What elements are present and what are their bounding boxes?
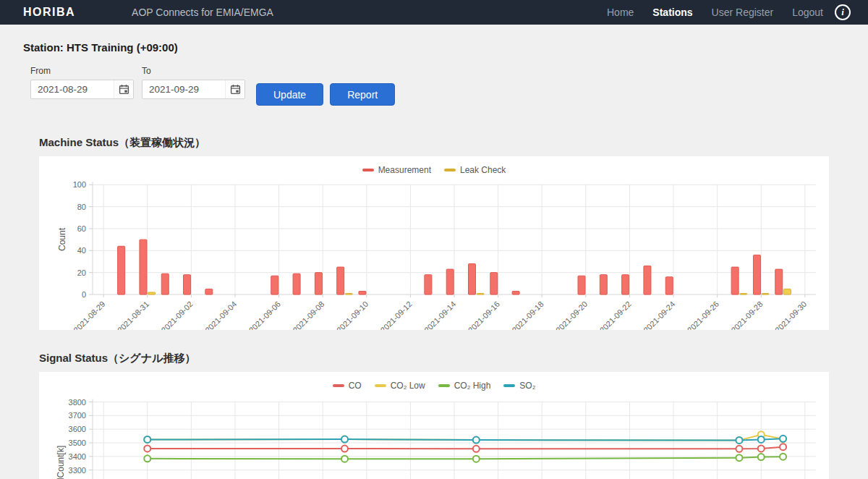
svg-text:0: 0 xyxy=(82,290,86,299)
from-date-input[interactable] xyxy=(31,80,114,98)
update-button[interactable]: Update xyxy=(256,83,323,106)
report-button[interactable]: Report xyxy=(330,83,395,106)
y-axis-labels: 3200330034003500360037003800 xyxy=(69,398,93,479)
svg-text:3600: 3600 xyxy=(69,425,86,433)
svg-text:2021-09-18: 2021-09-18 xyxy=(510,300,545,330)
horiba-logo: HORIBA xyxy=(23,6,75,19)
action-buttons: Update Report xyxy=(256,83,395,106)
svg-text:2021-09-16: 2021-09-16 xyxy=(467,300,501,330)
series-line xyxy=(144,431,786,444)
svg-text:3300: 3300 xyxy=(69,466,86,475)
svg-text:2021-09-02: 2021-09-02 xyxy=(159,300,194,330)
filter-bar: From To xyxy=(30,66,868,106)
signal-status-title: Signal Status（シグナル推移） xyxy=(39,352,868,365)
to-date-control xyxy=(142,80,245,99)
svg-text:80: 80 xyxy=(77,203,86,211)
gridlines xyxy=(93,182,816,294)
svg-text:20: 20 xyxy=(77,268,86,277)
svg-text:2021-09-06: 2021-09-06 xyxy=(247,300,282,330)
calendar-icon xyxy=(119,84,129,95)
svg-text:60: 60 xyxy=(77,224,86,233)
nav-item-home[interactable]: Home xyxy=(607,7,634,18)
signal-status-chart: 3200330034003500360037003800SignalCount[… xyxy=(39,372,829,479)
calendar-icon xyxy=(230,84,241,95)
x-axis-labels: 2021-08-292021-08-312021-09-022021-09-04… xyxy=(72,294,808,330)
svg-text:2021-09-08: 2021-09-08 xyxy=(291,300,326,330)
top-navbar: HORIBA AOP Connects for EMIA/EMGA Home S… xyxy=(0,0,868,25)
series-line xyxy=(144,454,786,462)
svg-text:2021-09-04: 2021-09-04 xyxy=(203,300,238,330)
nav-links: Home Stations User Register Logout xyxy=(607,7,823,18)
svg-text:3500: 3500 xyxy=(69,438,86,447)
machine-status-chart: 020406080100Count2021-08-292021-08-31202… xyxy=(39,156,829,330)
series-line xyxy=(144,436,786,444)
svg-text:2021-09-30: 2021-09-30 xyxy=(773,300,808,330)
from-date-control xyxy=(30,80,134,99)
svg-text:2021-09-24: 2021-09-24 xyxy=(642,300,676,330)
page-title: Station: HTS Training (+09:00) xyxy=(23,41,868,54)
to-calendar-button[interactable] xyxy=(225,80,244,98)
to-date-group: To xyxy=(142,66,245,106)
svg-text:2021-09-20: 2021-09-20 xyxy=(554,300,589,330)
y-axis-labels: 020406080100 xyxy=(73,180,93,299)
svg-text:2021-09-22: 2021-09-22 xyxy=(598,300,633,330)
svg-text:2021-09-28: 2021-09-28 xyxy=(729,300,764,330)
info-circle-icon[interactable]: i xyxy=(835,4,851,20)
svg-text:Count: Count xyxy=(57,227,67,251)
from-label: From xyxy=(30,66,134,76)
svg-text:SignalCount[k]: SignalCount[k] xyxy=(56,446,66,479)
signal-status-panel: COCO₂ LowCO₂ HighSO₂ 3200330034003500360… xyxy=(39,372,829,479)
svg-text:40: 40 xyxy=(77,246,86,255)
svg-text:2021-09-10: 2021-09-10 xyxy=(335,300,370,330)
svg-text:2021-09-12: 2021-09-12 xyxy=(379,300,414,330)
svg-text:3700: 3700 xyxy=(69,411,86,420)
svg-text:2021-08-31: 2021-08-31 xyxy=(116,300,150,330)
svg-text:3800: 3800 xyxy=(69,398,86,407)
nav-item-stations[interactable]: Stations xyxy=(652,7,692,18)
series-line xyxy=(144,444,786,452)
svg-text:2021-09-14: 2021-09-14 xyxy=(422,300,457,330)
nav-item-user-register[interactable]: User Register xyxy=(712,7,774,18)
machine-status-panel: MeasurementLeak Check 020406080100Count2… xyxy=(39,156,829,330)
svg-text:100: 100 xyxy=(73,180,86,189)
app-title: AOP Connects for EMIA/EMGA xyxy=(132,7,273,18)
machine-status-title: Machine Status（装置稼働状況） xyxy=(39,136,868,150)
svg-text:2021-08-29: 2021-08-29 xyxy=(72,300,106,330)
to-date-input[interactable] xyxy=(142,80,225,98)
svg-text:3400: 3400 xyxy=(69,452,86,461)
from-date-group: From xyxy=(30,66,134,106)
from-calendar-button[interactable] xyxy=(114,80,133,98)
to-label: To xyxy=(142,66,245,76)
svg-text:2021-09-26: 2021-09-26 xyxy=(686,300,720,330)
nav-item-logout[interactable]: Logout xyxy=(792,7,823,18)
